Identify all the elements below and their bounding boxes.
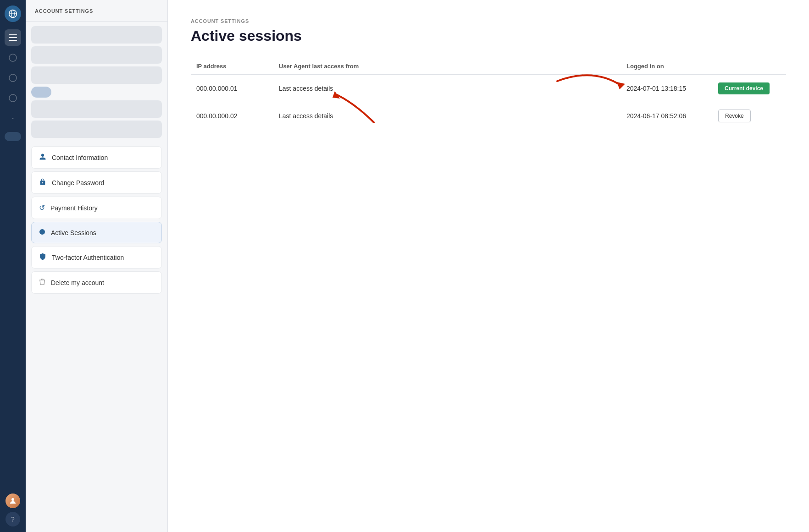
session-row-2: 000.00.000.02 Last access details 2024-0…: [191, 102, 786, 130]
user-avatar[interactable]: [6, 494, 20, 508]
svg-rect-3: [9, 34, 17, 35]
sidebar-item-delete-account[interactable]: Delete my account: [31, 271, 162, 294]
svg-point-7: [9, 74, 17, 82]
session-2-action: Revoke: [713, 102, 786, 130]
contact-information-label: Contact Information: [52, 154, 108, 161]
session-2-useragent: Last access details: [273, 102, 621, 130]
svg-point-6: [9, 54, 17, 61]
nav-circle-1-icon[interactable]: [5, 49, 21, 66]
svg-rect-5: [9, 40, 17, 41]
session-2-ip: 000.00.000.02: [191, 102, 273, 130]
col-useragent-header: User Agent last access from: [273, 58, 621, 75]
nav-dot-icon[interactable]: ●: [5, 110, 21, 126]
sessions-table: IP address User Agent last access from L…: [191, 58, 786, 130]
contact-information-icon: [39, 153, 46, 162]
revoke-button[interactable]: Revoke: [718, 110, 751, 122]
sidebar-item-payment-history[interactable]: ↺ Payment History: [31, 197, 162, 219]
two-factor-auth-icon: [39, 253, 46, 262]
page-section-label: ACCOUNT SETTINGS: [191, 18, 786, 24]
session-row-1: 000.00.000.01 Last access details 2024-0…: [191, 75, 786, 102]
sidebar-menu: Contact Information Change Password ↺ Pa…: [26, 141, 167, 299]
active-sessions-icon: [39, 229, 45, 236]
payment-history-label: Payment History: [50, 204, 98, 212]
sidebar-header: ACCOUNT SETTINGS: [26, 0, 167, 22]
sidebar-item-change-password[interactable]: Change Password: [31, 171, 162, 194]
change-password-label: Change Password: [52, 179, 104, 186]
svg-rect-4: [9, 37, 17, 38]
payment-history-icon: ↺: [39, 203, 45, 212]
session-1-ip: 000.00.000.01: [191, 75, 273, 102]
active-sessions-label: Active Sessions: [51, 229, 96, 236]
session-1-useragent: Last access details: [273, 75, 621, 102]
change-password-icon: [39, 178, 46, 187]
delete-account-icon: [39, 278, 45, 287]
col-action-header: [713, 58, 786, 75]
annotation-container: IP address User Agent last access from L…: [191, 58, 786, 130]
sidebar-item-active-sessions[interactable]: Active Sessions: [31, 222, 162, 243]
sidebar-blurred-2: [31, 46, 162, 64]
svg-point-9: [11, 498, 14, 501]
nav-toggle[interactable]: [5, 132, 21, 141]
help-icon[interactable]: ?: [6, 512, 20, 527]
nav-menu-icon[interactable]: [5, 29, 21, 46]
two-factor-auth-label: Two-factor Authentication: [52, 254, 124, 261]
col-ip-header: IP address: [191, 58, 273, 75]
current-device-button[interactable]: Current device: [718, 82, 770, 94]
page-title: Active sessions: [191, 27, 786, 44]
sidebar-blurred-4: [31, 100, 162, 118]
session-1-loggedin: 2024-07-01 13:18:15: [621, 75, 713, 102]
bottom-icons: ?: [6, 494, 20, 527]
app-logo[interactable]: [5, 5, 21, 22]
sidebar: ACCOUNT SETTINGS Contact Information Cha…: [26, 0, 168, 532]
nav-circle-2-icon[interactable]: [5, 70, 21, 86]
nav-circle-3-icon[interactable]: [5, 90, 21, 106]
sidebar-toggle: [31, 87, 51, 98]
sidebar-blurred-1: [31, 26, 162, 44]
main-content: ACCOUNT SETTINGS Active sessions IP addr…: [168, 0, 809, 532]
delete-account-label: Delete my account: [51, 279, 104, 286]
sidebar-blurred-5: [31, 121, 162, 138]
svg-point-8: [9, 94, 17, 102]
sidebar-item-two-factor-auth[interactable]: Two-factor Authentication: [31, 246, 162, 269]
col-loggedin-header: Logged in on: [621, 58, 713, 75]
sidebar-blurred-3: [31, 66, 162, 84]
session-2-loggedin: 2024-06-17 08:52:06: [621, 102, 713, 130]
sidebar-item-contact-information[interactable]: Contact Information: [31, 146, 162, 169]
svg-point-10: [39, 229, 45, 235]
icon-rail: ● ?: [0, 0, 26, 532]
session-1-action: Current device: [713, 75, 786, 102]
